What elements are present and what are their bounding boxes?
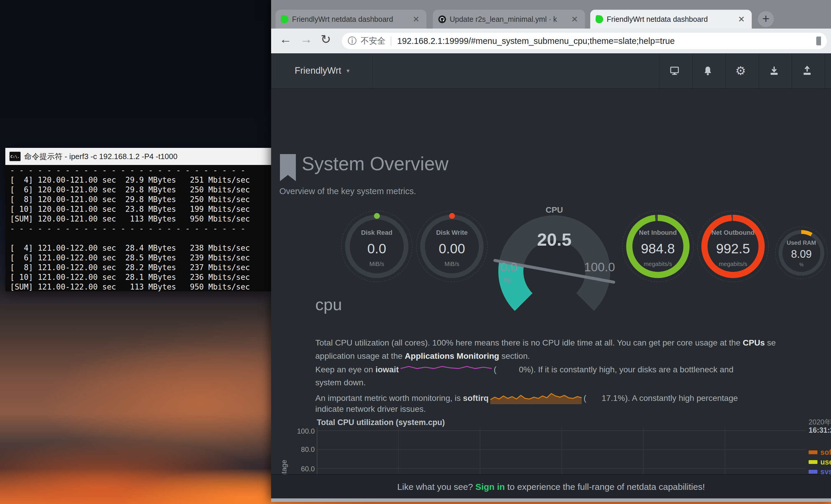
gauge-content: Net Inbound 984.8 megabits/s — [626, 215, 690, 278]
divider — [391, 36, 391, 46]
cpu-paragraph-line2: application usage at the Applications Mo… — [315, 351, 831, 361]
browser-window: FriendlyWrt netdata dashboard ✕ Update r… — [271, 0, 831, 501]
gauge-unit: % — [504, 276, 510, 285]
back-icon[interactable]: ← — [279, 32, 292, 46]
terminal-text: - - - - - - - - - - - - - - - - - - - - … — [10, 166, 266, 291]
horizontal-scrollbar[interactable] — [271, 498, 831, 502]
chart-title: Total CPU utilization (system.cpu) — [317, 418, 445, 427]
bell-icon[interactable] — [692, 53, 722, 88]
gauge-content: Used RAM 8.09 % — [778, 230, 824, 276]
tab-netdata-active[interactable]: FriendlyWrt netdata dashboard ✕ — [590, 10, 752, 29]
url-bar[interactable]: ⓘ 不安全 192.168.2.1:19999/#menu_system_sub… — [342, 33, 827, 49]
gauge-net-inbound[interactable]: Net Inbound 984.8 megabits/s — [626, 215, 690, 278]
security-label: 不安全 — [361, 35, 385, 47]
cpu-paragraph-line4: system down. — [315, 378, 831, 387]
legend-label: soft — [821, 448, 831, 456]
gauge-max: 100.0 — [584, 260, 615, 274]
page-subtitle: Overview of the key system metrics. — [279, 186, 416, 196]
chevron-down-icon: ▾ — [347, 67, 349, 74]
legend-swatch — [809, 470, 818, 474]
legend-swatch — [809, 450, 818, 454]
gauge-value: 20.5 — [492, 230, 616, 250]
cpu-paragraph-line1: Total CPU utilization (all cores). 100% … — [315, 338, 831, 348]
section-heading-cpu: cpu — [315, 295, 342, 314]
chart-date: 2020年3 — [809, 417, 831, 427]
y-tick: 80.0 — [288, 445, 315, 454]
y-tick: 60.0 — [288, 465, 315, 473]
legend-item-softirq[interactable]: soft — [809, 447, 831, 457]
terminal-title: 命令提示符 - iperf3 -c 192.168.1.2 -P4 -t1000 — [24, 151, 177, 162]
netdata-favicon — [281, 15, 289, 24]
download-icon[interactable] — [758, 53, 789, 88]
tab-close-icon[interactable]: ✕ — [411, 14, 421, 24]
forward-icon[interactable]: → — [300, 32, 312, 46]
cpu-paragraph-line3: Keep an eye on iowait(0%). If it is cons… — [315, 365, 831, 376]
tab-title: FriendlyWrt netdata dashboard — [292, 15, 407, 24]
cmd-icon: C:\. — [9, 152, 21, 161]
cpu-paragraph-line5: An important metric worth monitoring, is… — [315, 391, 831, 406]
gauge-content: Net Outbound 992.5 megabits/s — [701, 215, 765, 278]
tab-netdata-1[interactable]: FriendlyWrt netdata dashboard ✕ — [276, 10, 426, 29]
tab-title: Update r2s_lean_minimal.yml · k — [450, 15, 566, 24]
browser-toolbar: ← → ↻ ⓘ 不安全 192.168.2.1:19999/#menu_syst… — [271, 29, 831, 53]
netdata-footer: Like what you see? Sign in to experience… — [271, 474, 831, 502]
footer-text: Like what you see? Sign in to experience… — [271, 482, 831, 492]
tab-strip: FriendlyWrt netdata dashboard ✕ Update r… — [271, 0, 831, 29]
github-favicon — [438, 15, 446, 23]
netdata-navbar: FriendlyWrt ▾ ⚙ — [271, 53, 831, 89]
page-title: System Overview — [302, 153, 449, 175]
bookmark-icon — [279, 154, 296, 182]
terminal-output[interactable]: - - - - - - - - - - - - - - - - - - - - … — [5, 165, 271, 291]
netdata-favicon — [595, 15, 604, 24]
iowait-sparkline — [400, 365, 492, 376]
url-text[interactable]: 192.168.2.1:19999/#menu_system_submenu_c… — [397, 36, 814, 46]
reload-icon[interactable]: ↻ — [321, 32, 331, 47]
gauge-cpu[interactable]: CPU 20.5 0.0 100.0 % — [492, 205, 616, 282]
gauge-title: CPU — [492, 205, 616, 215]
tab-close-icon[interactable]: ✕ — [737, 14, 746, 24]
legend-swatch — [809, 460, 818, 464]
info-icon[interactable]: ⓘ — [348, 35, 356, 47]
gauge-used-ram[interactable]: Used RAM 8.09 % — [778, 230, 824, 276]
brand-menu[interactable]: FriendlyWrt ▾ — [271, 53, 373, 88]
clipped-toolbar-icon — [816, 36, 821, 46]
legend-label: use — [821, 458, 831, 466]
upload-icon[interactable] — [792, 53, 822, 88]
monitor-icon[interactable] — [659, 53, 689, 88]
gauge-disk-write[interactable]: Disk Write 0.00 MiB/s — [420, 215, 484, 278]
terminal-window[interactable]: C:\. 命令提示符 - iperf3 -c 192.168.1.2 -P4 -… — [5, 148, 271, 291]
clipped-nav-tile — [825, 53, 831, 88]
cpu-paragraph-line6: indicate network driver issues. — [315, 405, 831, 414]
sign-in-link[interactable]: Sign in — [475, 482, 505, 492]
gauge-disk-read[interactable]: Disk Read 0.0 MiB/s — [345, 215, 408, 278]
gauge-net-outbound[interactable]: Net Outbound 992.5 megabits/s — [701, 215, 765, 278]
brand-label: FriendlyWrt — [295, 65, 341, 76]
netdata-page: FriendlyWrt ▾ ⚙ System Overview — [271, 53, 831, 501]
tab-github[interactable]: Update r2s_lean_minimal.yml · k ✕ — [433, 10, 585, 29]
terminal-titlebar[interactable]: C:\. 命令提示符 - iperf3 -c 192.168.1.2 -P4 -… — [5, 148, 271, 165]
gauge-content: Disk Write 0.00 MiB/s — [420, 215, 484, 278]
softirq-sparkline — [490, 391, 582, 406]
gauge-min: 0.0 — [500, 260, 517, 274]
chart-time: 16:31:2 — [809, 426, 831, 435]
tab-title: FriendlyWrt netdata dashboard — [607, 15, 732, 24]
gear-icon[interactable]: ⚙ — [725, 53, 755, 88]
legend-item-user[interactable]: use — [809, 457, 831, 467]
new-tab-button[interactable]: + — [758, 11, 774, 27]
applications-monitoring-link[interactable]: Applications Monitoring — [405, 351, 499, 360]
cpus-link[interactable]: CPUs — [743, 338, 765, 347]
tab-close-icon[interactable]: ✕ — [570, 14, 580, 24]
y-tick: 100.0 — [288, 427, 315, 435]
gauge-content: Disk Read 0.0 MiB/s — [345, 215, 408, 278]
